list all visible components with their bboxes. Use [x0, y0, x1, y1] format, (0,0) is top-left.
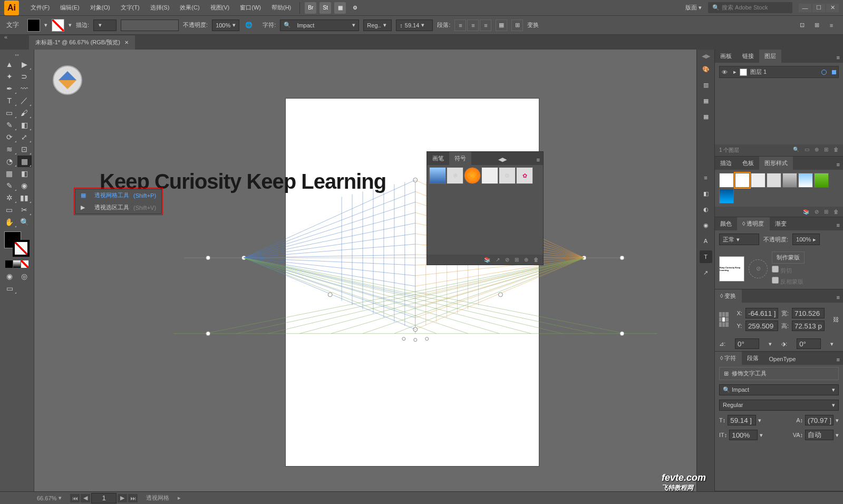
recolor-icon[interactable]: 🌐: [244, 20, 254, 31]
stock-icon[interactable]: St: [319, 2, 331, 14]
style-swatch[interactable]: [782, 173, 797, 188]
pen-tool[interactable]: ✒: [2, 83, 17, 94]
swatches-panel-icon[interactable]: ▦: [700, 94, 712, 107]
variable-width-dropdown[interactable]: [121, 20, 179, 31]
curvature-tool[interactable]: 〰: [17, 83, 32, 94]
symbol-options-icon[interactable]: ⊞: [515, 257, 519, 263]
artboard-number-input[interactable]: [91, 493, 117, 503]
transform-panel-icon[interactable]: ⊞: [511, 20, 523, 31]
target-icon[interactable]: [821, 70, 827, 75]
style-swatch[interactable]: [735, 173, 750, 188]
locate-icon[interactable]: 🔍: [793, 147, 799, 154]
opacity-value-dropdown[interactable]: 100% ▸: [792, 234, 820, 245]
zoom-dropdown-icon[interactable]: ▾: [59, 495, 62, 501]
close-tab-icon[interactable]: ✕: [124, 40, 129, 45]
zoom-tool[interactable]: 🔍: [17, 216, 32, 228]
stroke-color-box[interactable]: [13, 240, 30, 257]
color-panel-icon[interactable]: 🎨: [700, 63, 712, 75]
dock-grip-icon[interactable]: ◀▶: [702, 53, 710, 60]
visibility-icon[interactable]: 👁: [722, 69, 730, 75]
links-tab[interactable]: 链接: [737, 50, 759, 63]
blend-mode-dropdown[interactable]: 正常 ▾: [719, 234, 759, 245]
font-style-dropdown[interactable]: Reg..▾: [363, 20, 392, 31]
hand-tool[interactable]: ✋: [2, 216, 17, 228]
fill-swatch[interactable]: [27, 19, 40, 32]
edit-icon[interactable]: ⊞: [811, 20, 822, 31]
shape-builder-tool[interactable]: ◔: [2, 156, 17, 167]
align-left-button[interactable]: ≡: [454, 20, 466, 31]
make-mask-button[interactable]: 制作蒙版: [772, 251, 805, 264]
eraser-tool[interactable]: ◧: [17, 119, 32, 131]
panel-menu-icon[interactable]: ≡: [834, 159, 843, 170]
menu-select[interactable]: 选择(S): [145, 1, 175, 15]
menu-edit[interactable]: 编辑(E): [55, 1, 85, 15]
fill-stroke-control[interactable]: [4, 231, 30, 257]
zoom-value[interactable]: 66.67%: [37, 495, 56, 501]
stroke-swatch[interactable]: [52, 19, 64, 32]
column-graph-tool[interactable]: ▮▮: [17, 192, 32, 203]
opentype-tab[interactable]: OpenType: [764, 353, 801, 365]
perspective-grid-tool-option[interactable]: ▦ 透视网格工具 (Shift+P): [75, 189, 161, 201]
y-input[interactable]: [745, 321, 778, 331]
shear-input[interactable]: [797, 338, 821, 349]
symbol-item[interactable]: [481, 167, 498, 184]
rectangle-tool[interactable]: ▭: [2, 107, 17, 119]
font-style-select[interactable]: Regular▾: [719, 400, 839, 411]
appearance-panel-icon[interactable]: ◉: [700, 219, 712, 231]
document-tab[interactable]: 未标题-1* @ 66.67% (RGB/预览) ✕: [29, 35, 135, 50]
x-input[interactable]: [745, 308, 778, 318]
symbol-item[interactable]: ✻: [447, 167, 463, 184]
layer-row[interactable]: 👁 ▸ 图层 1: [719, 66, 839, 78]
first-artboard-button[interactable]: ⏮: [70, 494, 80, 502]
minimize-button[interactable]: —: [799, 4, 811, 12]
stroke-weight-dropdown[interactable]: ▾: [93, 20, 117, 31]
panel-collapse-icon[interactable]: ◀▶: [495, 154, 510, 165]
gradient-tab[interactable]: 渐变: [770, 217, 792, 230]
new-layer-icon[interactable]: ⊞: [824, 147, 828, 154]
status-dropdown-icon[interactable]: ▸: [178, 495, 181, 501]
color-mode-gradient[interactable]: [13, 260, 21, 268]
font-size-input[interactable]: [728, 415, 756, 425]
transparency-tab[interactable]: ◊ 透明度: [737, 217, 770, 230]
graphic-styles-panel-icon[interactable]: A: [700, 235, 712, 247]
menu-window[interactable]: 窗口(W): [235, 1, 266, 15]
layer-name[interactable]: 图层 1: [750, 68, 767, 76]
style-swatch[interactable]: [751, 173, 766, 188]
artboards-tab[interactable]: 画板: [715, 50, 737, 63]
isolate-icon[interactable]: ⊡: [797, 20, 807, 31]
brushes-panel-icon[interactable]: ▦: [700, 110, 712, 123]
align-center-button[interactable]: ≡: [467, 20, 479, 31]
swatches-tab[interactable]: 色板: [737, 157, 759, 170]
maximize-button[interactable]: ☐: [812, 4, 825, 12]
symbol-item[interactable]: [429, 167, 446, 184]
bridge-icon[interactable]: Br: [305, 2, 316, 14]
menu-object[interactable]: 对象(O): [85, 1, 115, 15]
symbol-item[interactable]: ✿: [516, 167, 533, 184]
character-tab[interactable]: ◊ 字符: [715, 352, 742, 365]
mask-thumb[interactable]: ⊘: [749, 259, 768, 278]
next-artboard-button[interactable]: ▶: [118, 494, 127, 502]
blend-tool[interactable]: ◉: [17, 180, 32, 191]
link-wh-icon[interactable]: ⛓: [833, 316, 839, 323]
delete-symbol-icon[interactable]: 🗑: [534, 257, 539, 263]
transform-tab[interactable]: ◊ 变换: [715, 289, 742, 303]
mesh-tool[interactable]: ▦: [2, 168, 17, 179]
symbol-sprayer-tool[interactable]: ✲: [2, 192, 17, 203]
eyedropper-tool[interactable]: ✎: [2, 180, 17, 191]
perspective-selection-tool-option[interactable]: ▶ 透视选区工具 (Shift+V): [75, 201, 161, 214]
touch-type-button[interactable]: ⊞修饰文字工具: [719, 367, 839, 380]
selection-tool[interactable]: ▲: [2, 59, 17, 70]
toolbox-grip-icon[interactable]: ••: [2, 52, 32, 58]
type-panel-icon[interactable]: T: [700, 250, 712, 263]
font-family-dropdown[interactable]: 🔍 Impact▾: [280, 20, 359, 31]
free-transform-tool[interactable]: ⊡: [17, 143, 32, 155]
last-artboard-button[interactable]: ⏭: [128, 494, 138, 502]
style-library-icon[interactable]: 📚: [803, 209, 809, 215]
direct-selection-tool[interactable]: ▶: [17, 59, 32, 70]
width-tool[interactable]: ≋: [2, 143, 17, 155]
stroke-panel-icon[interactable]: ≡: [700, 171, 712, 184]
lasso-tool[interactable]: ⊃: [17, 71, 32, 82]
width-input[interactable]: [792, 308, 825, 318]
menu-effect[interactable]: 效果(C): [175, 1, 205, 15]
shaper-tool[interactable]: ✎: [2, 119, 17, 131]
